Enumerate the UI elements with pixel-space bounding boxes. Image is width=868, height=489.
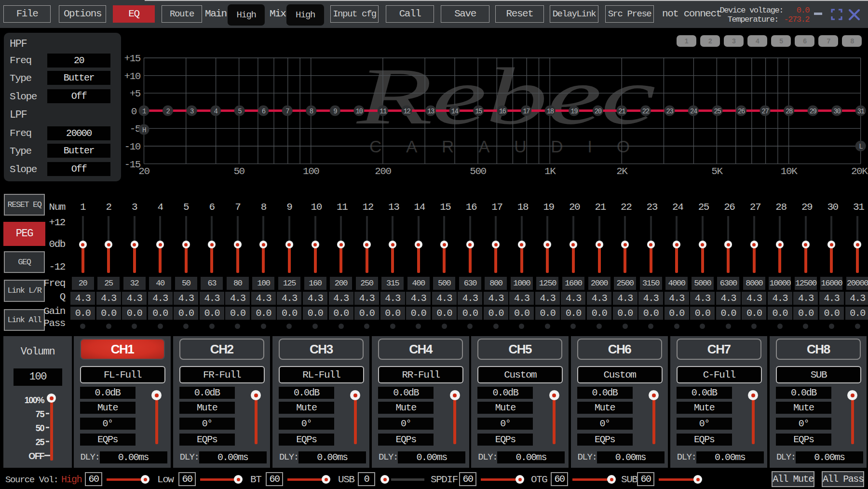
svg-text:100: 100 (303, 166, 319, 177)
svg-text:12: 12 (403, 108, 410, 115)
svg-text:5K: 5K (711, 166, 723, 177)
svg-text:H: H (142, 126, 146, 134)
svg-text:21: 21 (618, 108, 625, 115)
svg-text:0: 0 (131, 106, 137, 117)
svg-text:50: 50 (233, 166, 244, 177)
svg-text:13: 13 (427, 108, 434, 115)
svg-text:24: 24 (690, 108, 697, 115)
svg-text:10: 10 (355, 108, 363, 115)
svg-text:+5: +5 (130, 88, 141, 99)
svg-text:200: 200 (375, 166, 391, 177)
svg-text:29: 29 (810, 108, 817, 115)
svg-text:22: 22 (642, 108, 650, 115)
svg-text:7: 7 (285, 108, 289, 115)
svg-text:+10: +10 (124, 71, 141, 82)
svg-text:500: 500 (470, 166, 486, 177)
svg-text:26: 26 (738, 108, 745, 115)
svg-text:14: 14 (451, 108, 459, 115)
svg-text:2: 2 (166, 108, 170, 115)
svg-text:-10: -10 (124, 141, 141, 152)
svg-text:9: 9 (333, 108, 337, 115)
svg-text:30: 30 (833, 108, 841, 115)
svg-text:15: 15 (475, 108, 482, 115)
svg-text:L: L (859, 143, 863, 150)
svg-text:17: 17 (523, 108, 530, 115)
svg-text:2K: 2K (616, 166, 628, 177)
svg-text:16: 16 (499, 108, 506, 115)
svg-text:23: 23 (666, 108, 673, 115)
svg-text:6: 6 (262, 108, 266, 115)
svg-text:1: 1 (142, 108, 146, 115)
svg-text:27: 27 (762, 108, 769, 115)
svg-text:4: 4 (214, 108, 218, 115)
svg-text:Rebec: Rebec (356, 51, 655, 141)
svg-text:20: 20 (595, 108, 602, 115)
svg-text:8: 8 (310, 108, 313, 115)
svg-text:11: 11 (380, 108, 387, 115)
svg-text:28: 28 (786, 108, 793, 115)
svg-text:3: 3 (190, 108, 194, 115)
svg-text:20: 20 (138, 166, 149, 177)
svg-text:20K: 20K (851, 166, 868, 177)
svg-text:1K: 1K (544, 166, 556, 177)
svg-text:19: 19 (570, 108, 578, 115)
svg-text:31: 31 (857, 108, 865, 115)
svg-text:10K: 10K (781, 166, 798, 177)
svg-text:+15: +15 (124, 53, 141, 64)
svg-text:5: 5 (238, 108, 242, 115)
svg-text:18: 18 (547, 108, 554, 115)
svg-text:25: 25 (714, 108, 721, 115)
